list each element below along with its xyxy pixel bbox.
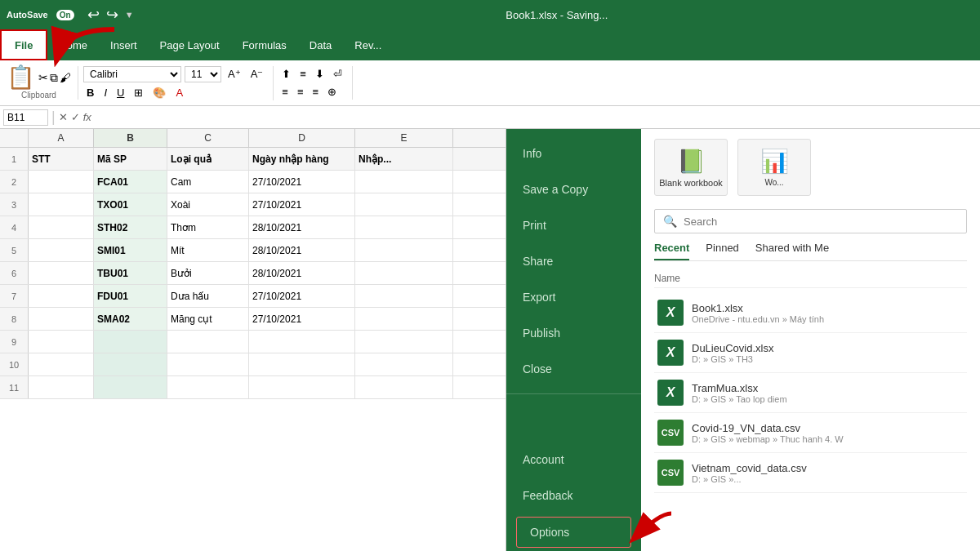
menu-item-publish[interactable]: Publish bbox=[506, 315, 641, 351]
cell-b11[interactable] bbox=[94, 376, 167, 398]
paste-button[interactable]: 📋 bbox=[7, 66, 35, 89]
cell-d3[interactable]: 27/10/2021 bbox=[249, 193, 355, 216]
wrap-text-button[interactable]: ⏎ bbox=[330, 66, 345, 82]
align-top-button[interactable]: ⬆ bbox=[278, 66, 294, 82]
table-row[interactable]: 9 bbox=[0, 331, 506, 353]
cell-d6[interactable]: 28/10/2021 bbox=[249, 262, 355, 284]
tab-page-layout[interactable]: Page Layout bbox=[149, 29, 231, 60]
cell-b5[interactable]: SMI01 bbox=[94, 239, 167, 261]
cell-b2[interactable]: FCA01 bbox=[94, 171, 167, 193]
table-row[interactable]: 2 FCA01 Cam 27/10/2021 bbox=[0, 171, 506, 193]
list-item[interactable]: X TramMua.xlsx D: » GIS » Tao lop diem bbox=[654, 373, 967, 413]
tab-shared-with-me[interactable]: Shared with Me bbox=[755, 242, 829, 260]
menu-item-options[interactable]: Options bbox=[516, 517, 631, 548]
align-center-button[interactable]: ≡ bbox=[294, 84, 307, 100]
redo-icon[interactable]: ↪ bbox=[106, 6, 118, 24]
cell-a5[interactable] bbox=[29, 239, 94, 261]
tab-formulas[interactable]: Formulas bbox=[231, 29, 298, 60]
cell-c9[interactable] bbox=[167, 331, 249, 353]
tab-recent[interactable]: Recent bbox=[654, 242, 689, 260]
copy-button[interactable]: ⧉ bbox=[50, 66, 58, 89]
cell-c3[interactable]: Xoài bbox=[167, 193, 249, 216]
menu-item-share[interactable]: Share bbox=[506, 243, 641, 279]
cell-b1[interactable]: Mã SP bbox=[94, 148, 167, 170]
tab-home[interactable]: Home bbox=[47, 29, 99, 60]
cell-c6[interactable]: Bưởi bbox=[167, 262, 249, 284]
undo-icon[interactable]: ↩ bbox=[87, 6, 100, 24]
cell-a1[interactable]: STT bbox=[29, 148, 94, 170]
cell-a9[interactable] bbox=[29, 331, 94, 353]
cell-d8[interactable]: 27/10/2021 bbox=[249, 308, 355, 330]
fill-color-button[interactable]: 🎨 bbox=[149, 85, 169, 100]
tab-pinned[interactable]: Pinned bbox=[706, 242, 738, 260]
cell-c2[interactable]: Cam bbox=[167, 171, 249, 193]
cell-a2[interactable] bbox=[29, 171, 94, 193]
tab-review[interactable]: Rev... bbox=[343, 29, 393, 60]
cell-a6[interactable] bbox=[29, 262, 94, 284]
format-painter-button[interactable]: 🖌 bbox=[60, 66, 71, 89]
list-item[interactable]: X DuLieuCovid.xlsx D: » GIS » TH3 bbox=[654, 333, 967, 373]
cell-c1[interactable]: Loại quả bbox=[167, 148, 249, 170]
confirm-formula-icon[interactable]: ✓ bbox=[71, 111, 80, 123]
cell-e6[interactable] bbox=[355, 262, 453, 284]
cell-c10[interactable] bbox=[167, 353, 249, 375]
table-row[interactable]: 10 bbox=[0, 353, 506, 376]
underline-button[interactable]: U bbox=[114, 85, 127, 100]
borders-button[interactable]: ⊞ bbox=[131, 85, 146, 100]
table-row[interactable]: 1 STT Mã SP Loại quả Ngày nhập hàng Nhập… bbox=[0, 148, 506, 171]
align-middle-button[interactable]: ≡ bbox=[296, 66, 310, 82]
italic-button[interactable]: I bbox=[100, 85, 110, 100]
cell-a10[interactable] bbox=[29, 353, 94, 375]
list-item[interactable]: X Book1.xlsx OneDrive - ntu.edu.vn » Máy… bbox=[654, 293, 967, 333]
cell-e8[interactable] bbox=[355, 308, 453, 330]
cell-e3[interactable] bbox=[355, 193, 453, 216]
function-icon[interactable]: fx bbox=[83, 111, 91, 123]
menu-item-feedback[interactable]: Feedback bbox=[506, 478, 641, 513]
cell-a3[interactable] bbox=[29, 193, 94, 216]
cell-b9[interactable] bbox=[94, 331, 167, 353]
cell-b10[interactable] bbox=[94, 353, 167, 375]
cell-a4[interactable] bbox=[29, 216, 94, 238]
tab-insert[interactable]: Insert bbox=[99, 29, 149, 60]
cell-d2[interactable]: 27/10/2021 bbox=[249, 171, 355, 193]
cell-d1[interactable]: Ngày nhập hàng bbox=[249, 148, 355, 170]
cell-d4[interactable]: 28/10/2021 bbox=[249, 216, 355, 238]
menu-item-info[interactable]: Info bbox=[506, 136, 641, 171]
cell-e9[interactable] bbox=[355, 331, 453, 353]
formula-input[interactable] bbox=[95, 110, 977, 125]
align-bottom-button[interactable]: ⬇ bbox=[312, 66, 327, 82]
cell-e2[interactable] bbox=[355, 171, 453, 193]
tab-data[interactable]: Data bbox=[298, 29, 343, 60]
cell-d10[interactable] bbox=[249, 353, 355, 375]
cell-c11[interactable] bbox=[167, 376, 249, 398]
bold-button[interactable]: B bbox=[83, 85, 97, 100]
cell-c8[interactable]: Măng cụt bbox=[167, 308, 249, 330]
cell-b6[interactable]: TBU01 bbox=[94, 262, 167, 284]
cell-e5[interactable] bbox=[355, 239, 453, 261]
cell-e11[interactable] bbox=[355, 376, 453, 398]
cell-e4[interactable] bbox=[355, 216, 453, 238]
decrease-font-button[interactable]: A⁻ bbox=[247, 66, 267, 82]
cell-d11[interactable] bbox=[249, 376, 355, 398]
cell-b8[interactable]: SMA02 bbox=[94, 308, 167, 330]
table-row[interactable]: 8 SMA02 Măng cụt 27/10/2021 bbox=[0, 308, 506, 331]
font-size-dropdown[interactable]: 11 bbox=[185, 66, 221, 82]
search-input[interactable] bbox=[684, 216, 958, 228]
extra-workbook-card[interactable]: 📊 Wo... bbox=[737, 139, 811, 196]
table-row[interactable]: 6 TBU01 Bưởi 28/10/2021 bbox=[0, 262, 506, 285]
cell-b4[interactable]: STH02 bbox=[94, 216, 167, 238]
cancel-formula-icon[interactable]: ✕ bbox=[59, 111, 68, 123]
table-row[interactable]: 3 TXO01 Xoài 27/10/2021 bbox=[0, 193, 506, 216]
cell-e10[interactable] bbox=[355, 353, 453, 375]
menu-item-account[interactable]: Account bbox=[506, 442, 641, 478]
cell-d5[interactable]: 28/10/2021 bbox=[249, 239, 355, 261]
cell-c7[interactable]: Dưa hấu bbox=[167, 285, 249, 307]
autosave-toggle[interactable]: On bbox=[56, 10, 74, 20]
menu-item-close[interactable]: Close bbox=[506, 351, 641, 387]
font-name-dropdown[interactable]: Calibri bbox=[83, 66, 181, 82]
cell-a8[interactable] bbox=[29, 308, 94, 330]
cell-a11[interactable] bbox=[29, 376, 94, 398]
table-row[interactable]: 5 SMI01 Mít 28/10/2021 bbox=[0, 239, 506, 262]
cell-c5[interactable]: Mít bbox=[167, 239, 249, 261]
cell-e1[interactable]: Nhập... bbox=[355, 148, 453, 170]
